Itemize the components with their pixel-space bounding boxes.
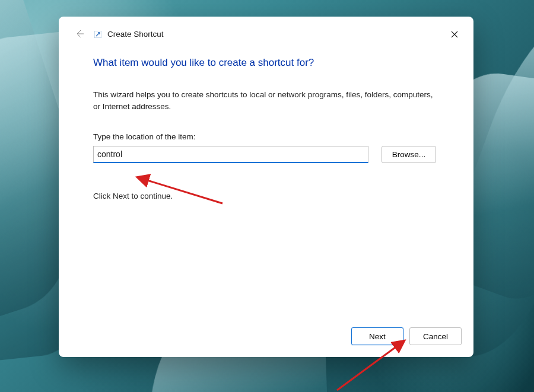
location-input[interactable] [93,146,368,163]
dialog-content: What item would you like to create a sho… [59,45,473,318]
create-shortcut-dialog: Create Shortcut What item would you like… [59,17,473,357]
back-arrow-icon[interactable] [73,27,86,40]
browse-button[interactable]: Browse... [382,146,436,163]
close-icon [451,31,458,38]
continue-instruction: Click Next to continue. [93,192,440,200]
close-button[interactable] [444,26,465,43]
dialog-footer: Next Cancel [59,318,473,357]
next-button[interactable]: Next [351,327,403,345]
wizard-description: This wizard helps you to create shortcut… [93,89,437,112]
wizard-heading: What item would you like to create a sho… [93,57,440,69]
shortcut-wizard-icon [94,31,101,38]
dialog-title: Create Shortcut [107,30,164,39]
location-field-row: Browse... [93,146,440,163]
location-field-label: Type the location of the item: [93,132,440,141]
cancel-button[interactable]: Cancel [409,327,462,345]
dialog-titlebar: Create Shortcut [59,17,473,45]
